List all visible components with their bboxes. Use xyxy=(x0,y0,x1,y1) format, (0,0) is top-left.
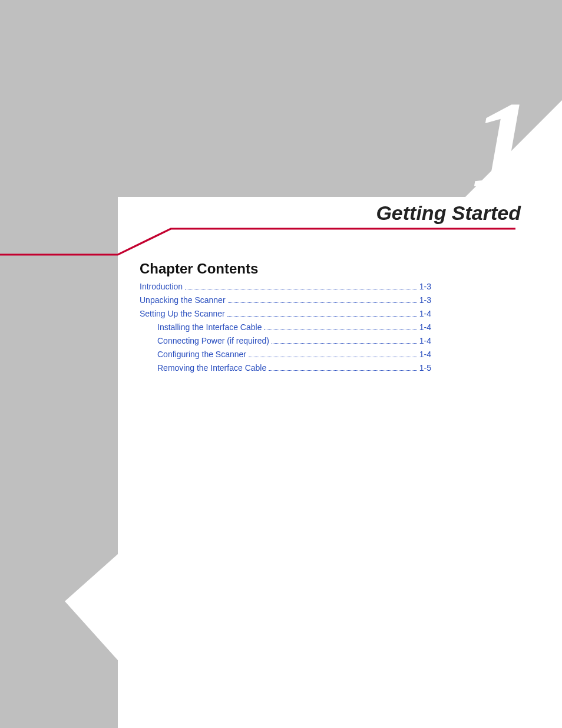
chapter-title: Getting Started xyxy=(376,202,521,225)
toc-leader-dots xyxy=(228,296,417,303)
toc-entry[interactable]: Introduction1-3 xyxy=(140,282,431,291)
toc-entry[interactable]: Configuring the Scanner1-4 xyxy=(140,350,431,359)
toc-entry[interactable]: Installing the Interface Cable1-4 xyxy=(140,322,431,332)
toc-entry-page: 1-3 xyxy=(419,282,431,291)
toc-entry-page: 1-4 xyxy=(419,336,431,345)
toc-leader-dots xyxy=(249,350,417,357)
toc-entry-page: 1-4 xyxy=(419,350,431,359)
toc-leader-dots xyxy=(269,364,417,371)
toc-leader-dots xyxy=(185,282,417,289)
toc-entry[interactable]: Setting Up the Scanner1-4 xyxy=(140,309,431,318)
toc-entry[interactable]: Unpacking the Scanner1-3 xyxy=(140,295,431,305)
toc-entry-label: Installing the Interface Cable xyxy=(157,322,262,332)
toc-entry-label: Introduction xyxy=(140,282,183,291)
toc-entry-page: 1-5 xyxy=(419,363,431,373)
toc-entry-label: Setting Up the Scanner xyxy=(140,309,225,318)
toc-entry-page: 1-4 xyxy=(419,309,431,318)
section-heading: Chapter Contents xyxy=(140,261,258,277)
left-grey-block xyxy=(0,197,118,728)
toc-entry-page: 1-3 xyxy=(419,295,431,305)
toc-entry-label: Removing the Interface Cable xyxy=(157,363,266,373)
toc-entry[interactable]: Connecting Power (if required)1-4 xyxy=(140,336,431,345)
chapter-contents-toc: Introduction1-3Unpacking the Scanner1-3S… xyxy=(140,282,431,377)
toc-entry-label: Unpacking the Scanner xyxy=(140,295,226,305)
toc-leader-dots xyxy=(264,323,416,330)
toc-entry-label: Connecting Power (if required) xyxy=(157,336,269,345)
toc-entry-label: Configuring the Scanner xyxy=(157,350,246,359)
toc-leader-dots xyxy=(272,337,417,344)
document-page: 1 Getting Started Chapter Contents Intro… xyxy=(0,0,562,728)
toc-entry-page: 1-4 xyxy=(419,322,431,332)
toc-leader-dots xyxy=(227,309,417,317)
chapter-number: 1 xyxy=(471,83,530,206)
toc-entry[interactable]: Removing the Interface Cable1-5 xyxy=(140,363,431,373)
